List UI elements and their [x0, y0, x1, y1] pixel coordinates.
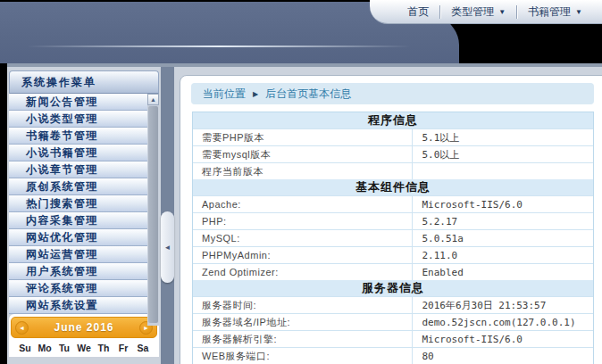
row-value: Enabled: [413, 264, 593, 280]
top-navigation: 首页类型管理▼书籍管理▼: [370, 0, 602, 24]
table-row: PHP:5.2.17: [193, 212, 593, 229]
scrollbar-thumb[interactable]: [148, 106, 158, 323]
calendar-prev-button[interactable]: ◄: [15, 321, 29, 335]
row-value: Microsoft-IIS/6.0: [413, 196, 593, 212]
calendar-day-header: Mo: [36, 343, 54, 353]
table-row: 服务器解析引擎:Microsoft-IIS/6.0: [193, 330, 593, 347]
sidebar-item-11[interactable]: 用户系统管理: [9, 263, 147, 280]
calendar-day-header: We: [75, 343, 93, 353]
row-label: 服务器时间:: [193, 297, 413, 313]
sidebar-item-9[interactable]: 网站优化管理: [9, 229, 147, 246]
nav-item-label: 书籍管理: [528, 4, 571, 20]
table-row: 需要PHP版本5.1以上: [193, 128, 593, 145]
sidebar-item-7[interactable]: 热门搜索管理: [9, 195, 147, 212]
sidebar-item-2[interactable]: 小说类型管理: [9, 111, 147, 128]
row-value: 5.2.17: [413, 213, 593, 229]
calendar-day-header: Fr: [114, 343, 132, 353]
table-section-header: 程序信息: [193, 112, 593, 128]
nav-item-label: 首页: [407, 4, 429, 20]
calendar-day-header: Th: [95, 343, 113, 353]
server-info-table: 程序信息需要PHP版本5.1以上需要mysql版本5.0以上程序当前版本基本组件…: [192, 112, 594, 364]
sidebar: 系统操作菜单 新闻公告管理小说类型管理书籍卷节管理小说书籍管理小说章节管理原创系…: [9, 70, 159, 364]
sidebar-item-1[interactable]: 新闻公告管理: [9, 94, 147, 111]
table-section-header: 基本组件信息: [193, 179, 593, 195]
row-label: WEB服务端口:: [193, 348, 413, 364]
calendar-widget: ◄ June 2016 ► SuMoTuWeThFrSa: [9, 314, 159, 357]
table-row: Zend Optimizer:Enabled: [193, 263, 593, 280]
banner-highlight-line: [27, 46, 411, 47]
sidebar-menu: 新闻公告管理小说类型管理书籍卷节管理小说书籍管理小说章节管理原创系统管理热门搜索…: [9, 94, 159, 314]
sidebar-collapse-handle[interactable]: ◄: [161, 211, 174, 283]
sidebar-item-6[interactable]: 原创系统管理: [9, 178, 147, 195]
table-row: WEB服务端口:80: [193, 347, 593, 364]
calendar-month-label: June 2016: [54, 321, 113, 334]
nav-item-2[interactable]: 类型管理▼: [440, 0, 516, 23]
collapse-left-icon: ◄: [164, 244, 171, 252]
breadcrumb-prefix: 当前位置: [203, 87, 246, 102]
row-value: Microsoft-IIS/6.0: [413, 331, 593, 347]
sidebar-item-13[interactable]: 网站系统设置: [9, 297, 147, 314]
calendar-day-headers: SuMoTuWeThFrSa: [11, 338, 157, 357]
prev-month-icon: ◄: [19, 325, 25, 331]
nav-item-label: 类型管理: [451, 4, 494, 20]
row-label: Apache:: [193, 196, 413, 212]
row-label: PHP:: [193, 213, 413, 229]
table-row: 程序当前版本: [193, 162, 593, 179]
row-label: MySQL:: [193, 230, 413, 246]
calendar-day-header: Su: [16, 343, 34, 353]
table-row: 服务器时间:2016年6月30日 21:53:57: [193, 296, 593, 313]
breadcrumb-current: 后台首页基本信息: [265, 87, 351, 102]
table-section-header: 服务器信息: [193, 280, 593, 296]
row-label: 程序当前版本: [193, 163, 413, 179]
calendar-day-header: Tu: [55, 343, 73, 353]
sidebar-item-8[interactable]: 内容采集管理: [9, 212, 147, 229]
row-value: 2016年6月30日 21:53:57: [413, 297, 593, 313]
row-value: 5.0.51a: [413, 230, 593, 246]
nav-item-3[interactable]: 书籍管理▼: [517, 0, 593, 23]
sidebar-item-5[interactable]: 小说章节管理: [9, 161, 147, 178]
sidebar-item-12[interactable]: 评论系统管理: [9, 280, 147, 297]
row-label: 服务器域名/IP地址:: [193, 314, 413, 330]
breadcrumb-arrow-icon: ▶: [253, 90, 258, 98]
row-value: demo.52jscn.com(127.0.0.1): [413, 314, 593, 330]
sidebar-item-3[interactable]: 书籍卷节管理: [9, 128, 147, 145]
scroll-up-icon[interactable]: ▲: [147, 94, 159, 105]
table-row: 需要mysql版本5.0以上: [193, 145, 593, 162]
row-label: PHPMyAdmin:: [193, 247, 413, 263]
row-value: 5.1以上: [413, 129, 593, 145]
sidebar-item-10[interactable]: 网站运营管理: [9, 246, 147, 263]
row-label: Zend Optimizer:: [193, 264, 413, 280]
sidebar-title: 系统操作菜单: [9, 70, 159, 94]
row-label: 需要mysql版本: [193, 146, 413, 162]
row-value: 80: [413, 348, 593, 364]
row-label: 需要PHP版本: [193, 129, 413, 145]
row-label: 服务器解析引擎:: [193, 331, 413, 347]
sidebar-item-4[interactable]: 小说书籍管理: [9, 145, 147, 161]
calendar-day-header: Sa: [134, 343, 152, 353]
chevron-down-icon: ▼: [498, 8, 506, 16]
calendar-header: ◄ June 2016 ►: [11, 317, 157, 338]
chevron-down-icon: ▼: [575, 8, 582, 16]
main-panel: 当前位置 ▶ 后台首页基本信息 程序信息需要PHP版本5.1以上需要mysql版…: [180, 75, 602, 364]
row-value: 5.0以上: [413, 146, 593, 162]
table-row: Apache:Microsoft-IIS/6.0: [193, 195, 593, 212]
row-value: [413, 163, 593, 179]
table-row: PHPMyAdmin:2.11.0: [193, 246, 593, 263]
row-value: 2.11.0: [413, 247, 593, 263]
nav-item-1[interactable]: 首页: [397, 0, 439, 23]
sidebar-scrollbar[interactable]: ▲: [147, 94, 159, 326]
breadcrumb: 当前位置 ▶ 后台首页基本信息: [191, 83, 594, 104]
table-row: 服务器域名/IP地址:demo.52jscn.com(127.0.0.1): [193, 313, 593, 330]
table-row: MySQL:5.0.51a: [193, 229, 593, 246]
